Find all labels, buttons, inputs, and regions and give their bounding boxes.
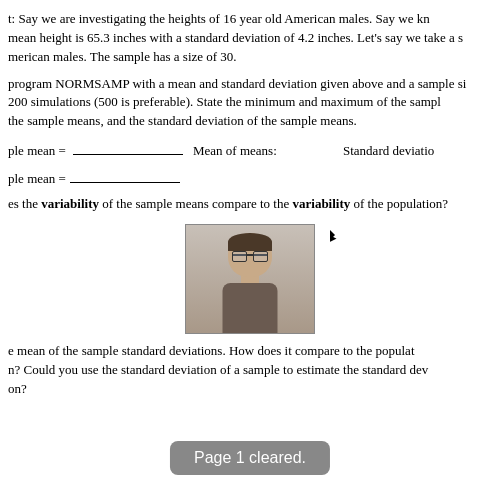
field-row-1: ple mean = Mean of means: Standard devia… (8, 139, 492, 159)
field2-label: ple mean = (8, 171, 66, 187)
stddev-label-text: Standard deviatio (343, 143, 434, 158)
bottom-text-content: e mean of the sample standard deviations… (8, 343, 428, 396)
bottom-text: e mean of the sample standard deviations… (8, 342, 492, 399)
field2-input[interactable] (70, 167, 180, 183)
para1-text: t: Say we are investigating the heights … (8, 11, 463, 64)
cleared-badge: Page 1 cleared. (170, 441, 330, 475)
var-bold1: variability (41, 196, 99, 211)
field-row-2: ple mean = (8, 167, 492, 187)
field1-label: ple mean = (8, 143, 66, 158)
variability-question: es the variability of the sample means c… (8, 195, 492, 214)
field1-input[interactable] (73, 139, 183, 155)
para2-text: program NORMSAMP with a mean and standar… (8, 76, 466, 129)
var-mid: of the sample means compare to the (99, 196, 293, 211)
person-photo (185, 224, 315, 334)
mean-of-means-label: Mean of means: (193, 143, 343, 159)
cleared-text: Page 1 cleared. (194, 449, 306, 466)
var-end: of the population? (350, 196, 448, 211)
page: t: Say we are investigating the heights … (0, 0, 500, 500)
image-container (8, 224, 492, 334)
person-head (228, 233, 272, 277)
paragraph-1: t: Say we are investigating the heights … (8, 10, 492, 67)
mean-label-text: Mean of means: (193, 143, 277, 158)
field1-group: ple mean = (8, 139, 193, 159)
stddev-label-col: Standard deviatio (343, 143, 492, 159)
paragraph-2: program NORMSAMP with a mean and standar… (8, 75, 492, 132)
var-intro: es the (8, 196, 41, 211)
content-area: t: Say we are investigating the heights … (0, 10, 500, 398)
var-bold2: variability (293, 196, 351, 211)
person-body (223, 283, 278, 333)
